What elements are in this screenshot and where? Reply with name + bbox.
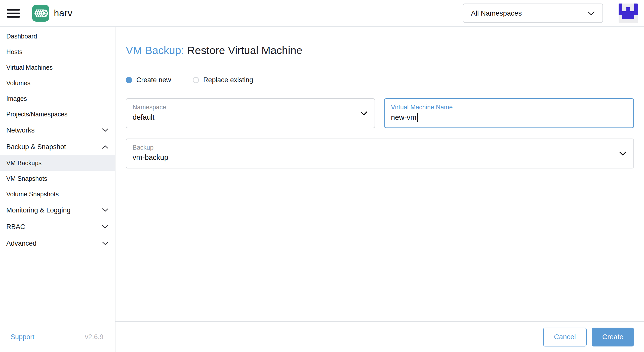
sidebar-item-virtual-machines[interactable]: Virtual Machines xyxy=(0,60,115,75)
menu-toggle-button[interactable] xyxy=(7,9,20,18)
hamburger-icon xyxy=(7,9,20,11)
namespace-select-label: Namespace xyxy=(133,104,357,111)
namespace-filter-value: All Namespaces xyxy=(471,9,522,17)
radio-create-new[interactable]: Create new xyxy=(126,76,171,84)
chevron-down-icon xyxy=(619,151,626,156)
top-header: harv All Namespaces xyxy=(0,0,644,27)
sidebar-item-images[interactable]: Images xyxy=(0,91,115,106)
sidebar-group-backup-snapshot[interactable]: Backup & Snapshot xyxy=(0,139,115,155)
title-divider xyxy=(126,66,634,66)
namespace-select-value: default xyxy=(133,113,357,121)
backup-select[interactable]: Backup vm-backup xyxy=(126,139,634,168)
sidebar-group-monitoring-logging[interactable]: Monitoring & Logging xyxy=(0,202,115,218)
chevron-down-icon xyxy=(102,241,108,245)
restore-form-row-1: Namespace default Virtual Machine Name n… xyxy=(126,98,634,128)
radio-selected-icon xyxy=(126,77,132,83)
radio-replace-existing[interactable]: Replace existing xyxy=(193,76,253,84)
sidebar: Dashboard Hosts Virtual Machines Volumes… xyxy=(0,27,115,352)
vm-name-input-value: new-vm xyxy=(391,113,417,122)
app-window: harv All Namespaces Dashboard xyxy=(0,0,644,352)
sidebar-group-networks[interactable]: Networks xyxy=(0,122,115,139)
harvester-logo-icon[interactable] xyxy=(32,5,49,22)
restore-mode-radio-group: Create new Replace existing xyxy=(126,76,634,84)
sidebar-footer: Support v2.6.9 xyxy=(0,322,115,352)
sidebar-nav: Dashboard Hosts Virtual Machines Volumes… xyxy=(0,27,115,252)
user-avatar[interactable] xyxy=(619,4,638,23)
chevron-down-icon xyxy=(102,208,108,212)
sidebar-group-rbac[interactable]: RBAC xyxy=(0,218,115,235)
cancel-button[interactable]: Cancel xyxy=(543,328,587,346)
page-title-prefix: VM Backup: xyxy=(126,44,184,56)
namespace-select[interactable]: Namespace default xyxy=(126,98,375,128)
sidebar-group-advanced[interactable]: Advanced xyxy=(0,235,115,252)
sidebar-item-hosts[interactable]: Hosts xyxy=(0,44,115,60)
vm-name-input-label: Virtual Machine Name xyxy=(391,104,616,111)
sidebar-item-vm-backups[interactable]: VM Backups xyxy=(0,155,115,171)
support-link[interactable]: Support xyxy=(11,333,34,341)
version-label: v2.6.9 xyxy=(85,333,103,341)
chevron-down-icon xyxy=(102,225,108,229)
chevron-down-icon xyxy=(102,128,108,132)
namespace-filter-dropdown[interactable]: All Namespaces xyxy=(463,4,603,23)
chevron-up-icon xyxy=(102,145,108,149)
backup-select-label: Backup xyxy=(133,144,616,151)
brand-name: harv xyxy=(54,8,72,19)
backup-select-value: vm-backup xyxy=(133,153,616,162)
chevron-down-icon xyxy=(360,111,368,116)
sidebar-item-projects-namespaces[interactable]: Projects/Namespaces xyxy=(0,106,115,122)
action-bar: Cancel Create xyxy=(115,321,644,352)
restore-form-row-2: Backup vm-backup xyxy=(126,139,634,168)
page-title-text: Restore Virtual Machine xyxy=(187,44,302,56)
create-button[interactable]: Create xyxy=(592,328,634,346)
sidebar-item-dashboard[interactable]: Dashboard xyxy=(0,28,115,44)
vm-name-input[interactable]: Virtual Machine Name new-vm xyxy=(384,98,634,128)
chevron-down-icon xyxy=(587,11,595,16)
page-title: VM Backup: Restore Virtual Machine xyxy=(126,44,634,57)
sidebar-item-volume-snapshots[interactable]: Volume Snapshots xyxy=(0,186,115,202)
sidebar-item-volumes[interactable]: Volumes xyxy=(0,75,115,91)
main-content: VM Backup: Restore Virtual Machine Creat… xyxy=(115,27,644,352)
sidebar-item-vm-snapshots[interactable]: VM Snapshots xyxy=(0,171,115,186)
radio-unselected-icon xyxy=(193,77,199,83)
text-cursor xyxy=(417,113,418,122)
